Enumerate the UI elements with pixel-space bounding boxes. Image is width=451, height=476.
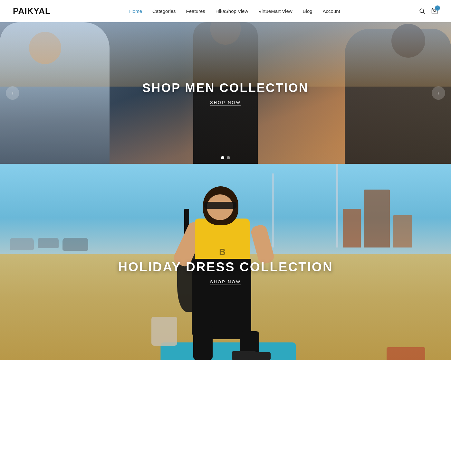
nav-blog[interactable]: Blog <box>303 8 312 14</box>
pole-1 <box>336 164 338 247</box>
banner2-buildings <box>343 190 412 247</box>
car-1 <box>10 238 34 250</box>
woman-sunglasses <box>204 202 236 209</box>
hero-shop-now-link[interactable]: SHOP NOW <box>210 100 241 106</box>
cart-badge: 0 <box>435 5 440 11</box>
nav-account[interactable]: Account <box>323 8 340 14</box>
svg-point-0 <box>420 9 424 13</box>
slider-dots <box>221 156 230 159</box>
shirt-text: B <box>219 247 225 257</box>
hero-content: SHOP MEN COLLECTION SHOP NOW <box>142 81 309 105</box>
site-logo[interactable]: PAIKYAL <box>13 6 51 16</box>
svg-line-1 <box>423 12 425 14</box>
hero-background: SHOP MEN COLLECTION SHOP NOW <box>0 22 451 164</box>
building-3 <box>393 215 412 247</box>
slider-next-button[interactable]: › <box>432 86 445 100</box>
nav-hikashop[interactable]: HikaShop View <box>216 8 248 14</box>
dot-2[interactable] <box>227 156 230 159</box>
bg-cars <box>10 238 88 251</box>
nav-virtuemart[interactable]: VirtueMart View <box>258 8 292 14</box>
red-item <box>387 347 425 360</box>
nav-features[interactable]: Features <box>186 8 205 14</box>
building-2 <box>364 190 390 247</box>
hero-slider: SHOP MEN COLLECTION SHOP NOW ‹ › <box>0 22 451 164</box>
nav-home[interactable]: Home <box>129 8 142 14</box>
search-button[interactable] <box>419 8 425 14</box>
shoe-2 <box>248 352 271 360</box>
banner2-shop-now-link[interactable]: SHOP NOW <box>210 279 241 285</box>
woman-arm-right <box>250 224 275 265</box>
bag <box>151 317 177 346</box>
main-nav: Home Categories Features HikaShop View V… <box>129 8 340 14</box>
second-banner-background: B HOLIDAY DRESS COLLECTION SHOP NOW <box>0 164 451 360</box>
slider-prev-button[interactable]: ‹ <box>6 86 19 100</box>
car-2 <box>38 238 59 248</box>
search-icon <box>419 8 425 14</box>
woman-leg-left <box>193 325 213 360</box>
hero-title: SHOP MEN COLLECTION <box>142 81 309 95</box>
site-header: PAIKYAL Home Categories Features HikaSho… <box>0 0 451 22</box>
banner2-content: HOLIDAY DRESS COLLECTION SHOP NOW <box>118 259 333 284</box>
chevron-left-icon: ‹ <box>12 90 14 97</box>
cart-button[interactable]: 0 <box>431 7 438 14</box>
second-banner: B HOLIDAY DRESS COLLECTION SHOP NOW <box>0 164 451 360</box>
banner2-title: HOLIDAY DRESS COLLECTION <box>118 259 333 274</box>
car-3 <box>62 238 88 251</box>
chevron-right-icon: › <box>437 90 439 97</box>
header-icons: 0 <box>419 7 438 14</box>
nav-categories[interactable]: Categories <box>152 8 176 14</box>
building-1 <box>343 209 361 247</box>
sky-overlay <box>0 22 451 87</box>
dot-1[interactable] <box>221 156 224 159</box>
